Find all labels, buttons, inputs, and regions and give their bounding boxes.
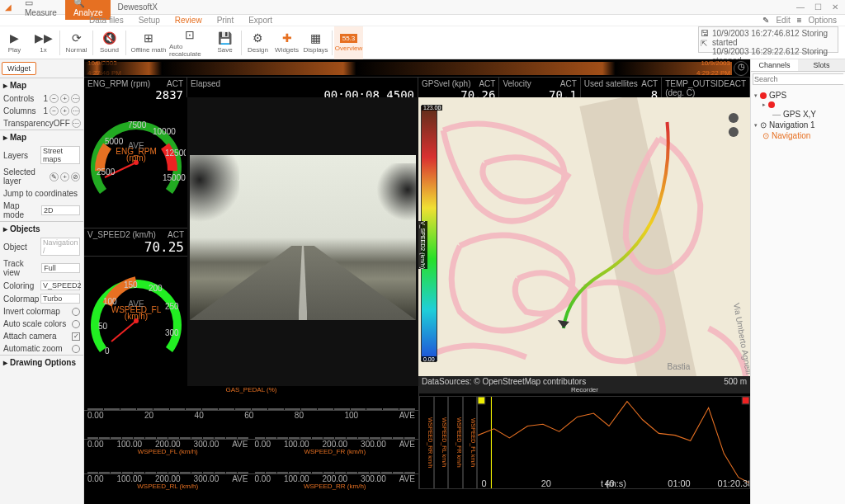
object-select[interactable]: Navigation / bbox=[40, 238, 80, 256]
left-panel: Widget ▸Map Controls1−+⋯ Columns1−+⋯ Tra… bbox=[0, 59, 84, 504]
attach-check[interactable] bbox=[72, 332, 80, 341]
status-line: 10/9/2003 16:27:46.812 Storing started bbox=[712, 29, 836, 47]
svg-text:100: 100 bbox=[103, 297, 117, 306]
menu-data-files[interactable]: Data files bbox=[89, 16, 124, 25]
tree-gps-node[interactable]: ▸ bbox=[754, 101, 842, 109]
section-drawing[interactable]: ▸Drawing Options bbox=[0, 355, 83, 370]
tree-gpsxy[interactable]: —GPS X,Y bbox=[754, 109, 842, 120]
section-objects[interactable]: ▸Objects bbox=[0, 221, 83, 236]
normal-button[interactable]: ⟳Normal bbox=[62, 26, 91, 59]
speed-button[interactable]: ▶▶1x bbox=[29, 26, 58, 59]
svg-text:0: 0 bbox=[481, 478, 486, 488]
section-map2[interactable]: ▸Map bbox=[0, 130, 83, 144]
section-map[interactable]: ▸Map bbox=[0, 78, 83, 92]
add-layer-button[interactable]: + bbox=[60, 172, 69, 181]
clock-icon[interactable]: ◷ bbox=[734, 61, 748, 76]
play-button[interactable]: ▶Play bbox=[0, 26, 29, 59]
invert-radio[interactable] bbox=[72, 308, 80, 316]
displays-button[interactable]: ▦Displays bbox=[301, 26, 330, 59]
minus-button[interactable]: − bbox=[50, 106, 59, 115]
minus-button[interactable]: − bbox=[50, 94, 59, 103]
svg-text:12500: 12500 bbox=[165, 148, 186, 158]
numcell-sats[interactable]: Used satellitesACT8 bbox=[581, 78, 662, 97]
svg-text:5000: 5000 bbox=[105, 137, 124, 146]
maximize-icon[interactable]: ☐ bbox=[814, 2, 822, 12]
svg-text:7500: 7500 bbox=[128, 120, 147, 130]
viewport: 10/9/2003 4:27:46 PM 10/9/2003 4:29:22 P… bbox=[84, 59, 750, 504]
edit-icon[interactable]: ✎ bbox=[762, 16, 769, 25]
more-button[interactable]: ⋯ bbox=[71, 106, 80, 115]
overview-button[interactable]: 55.3Overview bbox=[334, 26, 363, 59]
layers-select[interactable]: Street maps bbox=[40, 146, 80, 164]
plus-button[interactable]: + bbox=[60, 94, 69, 103]
widget-tab[interactable]: Widget bbox=[2, 62, 36, 75]
menu-review[interactable]: Review bbox=[175, 16, 202, 25]
numcell-gpsvel[interactable]: GPSvel (kph)ACT70.26 bbox=[418, 78, 499, 97]
menu-print[interactable]: Print bbox=[217, 16, 234, 25]
numeric-row: ENG_RPM (rpm)ACT2837 Elapsed00:00:08.450… bbox=[84, 78, 750, 97]
sound-button[interactable]: 🔇Sound bbox=[95, 26, 124, 59]
chart-wspeed-fl[interactable]: 0.00100.00200.00300.00AVE WSPEED_FL (km/… bbox=[84, 419, 252, 455]
minimize-icon[interactable]: — bbox=[796, 2, 805, 12]
svg-rect-30 bbox=[478, 397, 485, 404]
toggle-button[interactable]: ⋯ bbox=[72, 119, 81, 128]
options-icon[interactable]: ≡ bbox=[797, 16, 802, 25]
menu-export[interactable]: Export bbox=[248, 16, 272, 25]
edit-layer-button[interactable]: ✎ bbox=[50, 172, 59, 181]
layers-row: LayersStreet maps bbox=[0, 144, 83, 166]
color-scale: 123.00 0.00 V_SPEED2 (km/h) bbox=[421, 106, 437, 361]
numcell-temp[interactable]: TEMP_OUTSIDE (deg. C)ACT21 bbox=[662, 78, 750, 97]
chart-gas-pedal[interactable]: GAS_PEDAL (%) 0.0020406080100AVE bbox=[84, 386, 418, 419]
plus-button[interactable]: + bbox=[60, 106, 69, 115]
close-icon[interactable]: ✕ bbox=[832, 2, 838, 12]
auto-recalc-button[interactable]: ⊡Auto recalculate bbox=[169, 26, 210, 59]
recorder-widget[interactable]: Recorder WSPEED_RR km/h WSPEED_RL km/h W… bbox=[418, 386, 750, 489]
autoscale-radio[interactable] bbox=[72, 320, 80, 328]
svg-text:50: 50 bbox=[98, 322, 108, 331]
menu-options[interactable]: Options bbox=[809, 16, 837, 25]
svg-point-27 bbox=[729, 127, 739, 137]
remove-layer-button[interactable]: ⊘ bbox=[71, 172, 80, 181]
map-widget[interactable]: Bastia Via Umberto Agnelli 123.00 0.00 V… bbox=[418, 97, 750, 386]
numcell-elapsed[interactable]: Elapsed00:00:08.4500 bbox=[187, 78, 418, 97]
jump-row[interactable]: Jump to coordinates bbox=[0, 187, 83, 200]
chart-wspeed-rl[interactable]: 0.00100.00200.00300.00AVE WSPEED_RL (km/… bbox=[84, 455, 252, 490]
coloring-select[interactable]: V_SPEED2 bbox=[40, 280, 80, 290]
svg-text:AVE: AVE bbox=[128, 141, 144, 150]
gauge-rpm[interactable]: ENG_RPM (rpm) AVE 2500 5000 7500 10000 1… bbox=[84, 97, 187, 228]
offline-math-button[interactable]: ⊞Offline math bbox=[128, 26, 169, 59]
chart-wspeed-rr[interactable]: 0.00100.00200.00300.00AVE WSPEED_RR (km/… bbox=[252, 455, 419, 490]
app-logo: ◢ bbox=[0, 0, 17, 15]
invert-row: Invert colormap bbox=[0, 305, 83, 318]
search-input[interactable] bbox=[753, 74, 845, 84]
svg-text:0: 0 bbox=[105, 346, 110, 356]
menu-edit[interactable]: Edit bbox=[776, 16, 790, 25]
timeline[interactable]: 10/9/2003 4:27:46 PM 10/9/2003 4:29:22 P… bbox=[84, 59, 750, 78]
svg-text:200: 200 bbox=[149, 284, 163, 293]
search-box[interactable]: 🔍 ▾ bbox=[753, 73, 843, 85]
svg-text:10000: 10000 bbox=[153, 127, 176, 136]
chart-wspeed-fr[interactable]: 0.00100.00200.00300.00AVE WSPEED_FR (km/… bbox=[252, 419, 419, 455]
autozoom-radio[interactable] bbox=[72, 345, 80, 353]
mode-select[interactable]: 2D bbox=[41, 205, 80, 215]
numcell-velocity[interactable]: VelocityACT70.1 bbox=[499, 78, 580, 97]
svg-rect-31 bbox=[742, 397, 749, 404]
svg-text:250: 250 bbox=[165, 302, 179, 311]
numbox-vspeed[interactable]: V_SPEED2 (km/h)ACT 70.25 bbox=[84, 228, 187, 257]
svg-text:300: 300 bbox=[165, 328, 179, 337]
tree-nav1[interactable]: ▾⊙Navigation 1 bbox=[754, 120, 842, 130]
tree-navigation[interactable]: ⊙Navigation bbox=[754, 130, 842, 141]
video-widget[interactable] bbox=[187, 97, 418, 386]
track-select[interactable]: Full bbox=[41, 263, 80, 273]
widgets-button[interactable]: ✚Widgets bbox=[272, 26, 301, 59]
numcell-rpm[interactable]: ENG_RPM (rpm)ACT2837 bbox=[84, 78, 187, 97]
more-button[interactable]: ⋯ bbox=[71, 94, 80, 103]
tree-gps[interactable]: ▾GPS bbox=[754, 90, 842, 101]
gauge-wspeed[interactable]: WSPEED_FL (km/h) AVE 50 100 150 200 250 … bbox=[84, 257, 187, 387]
titlebar: ◢ ▭Measure 🔍Analyze DewesoftX — ☐ ✕ bbox=[0, 0, 845, 15]
menu-setup[interactable]: Setup bbox=[139, 16, 160, 25]
tab-measure[interactable]: ▭Measure bbox=[17, 0, 65, 20]
design-button[interactable]: ⚙Design bbox=[243, 26, 272, 59]
colormap-select[interactable]: Turbo bbox=[40, 294, 80, 304]
save-button[interactable]: 💾Save bbox=[210, 26, 239, 59]
